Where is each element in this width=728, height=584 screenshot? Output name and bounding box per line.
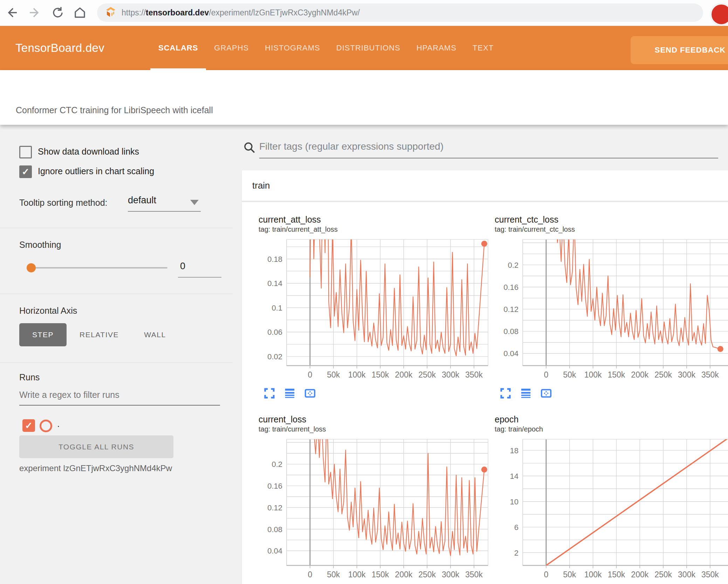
svg-text:0.08: 0.08: [267, 525, 282, 534]
svg-text:50k: 50k: [563, 570, 576, 579]
svg-text:0.12: 0.12: [503, 305, 518, 314]
chart-card-current_ctc_loss: current_ctc_losstag: train/current_ctc_l…: [478, 207, 728, 407]
axis-option-step[interactable]: STEP: [19, 323, 67, 346]
svg-text:200k: 200k: [395, 570, 412, 579]
chart-title: current_att_loss: [259, 214, 478, 225]
tab-scalars[interactable]: SCALARS: [150, 26, 206, 70]
smoothing-slider-thumb[interactable]: [27, 263, 36, 272]
svg-text:14: 14: [510, 472, 518, 481]
tab-distributions[interactable]: DISTRIBUTIONS: [328, 26, 408, 70]
ignore-outliers-label: Ignore outliers in chart scaling: [38, 166, 154, 176]
svg-text:100k: 100k: [584, 370, 602, 379]
smoothing-label: Smoothing: [19, 240, 61, 250]
chart-plot-epoch[interactable]: 050k100k150k200k250k300k350k26101418: [495, 436, 728, 581]
svg-text:0.1: 0.1: [272, 304, 282, 312]
svg-text:250k: 250k: [654, 570, 672, 579]
check-icon: ✓: [22, 167, 29, 176]
tooltip-sorting-value: default: [128, 195, 156, 205]
reload-icon[interactable]: [50, 5, 66, 20]
chart-tag: tag: train/current_att_loss: [259, 225, 478, 234]
search-icon: [243, 141, 256, 156]
home-icon[interactable]: [72, 5, 88, 20]
svg-text:0.16: 0.16: [267, 482, 282, 490]
log-scale-lines-icon[interactable]: [284, 387, 296, 401]
tab-histograms[interactable]: HISTOGRAMS: [257, 26, 328, 70]
svg-text:250k: 250k: [418, 370, 436, 379]
divider: [0, 228, 233, 228]
chart-grid: current_att_losstag: train/current_att_l…: [242, 202, 728, 584]
show-download-links-label: Show data download links: [38, 147, 139, 157]
tag-group-title: train: [252, 180, 270, 191]
ignore-outliers-checkbox[interactable]: ✓: [19, 165, 32, 178]
brand-logo[interactable]: TensorBoard.dev: [15, 26, 104, 70]
svg-text:0.06: 0.06: [267, 328, 282, 337]
horizontal-axis-label: Horizontal Axis: [19, 306, 77, 316]
svg-text:0.02: 0.02: [267, 352, 282, 361]
svg-text:200k: 200k: [631, 370, 648, 379]
svg-text:0.04: 0.04: [267, 546, 282, 555]
fit-domain-icon[interactable]: [540, 387, 552, 401]
divider: [0, 362, 233, 363]
send-feedback-button[interactable]: SEND FEEDBACK: [631, 36, 728, 64]
chart-plot-current_loss[interactable]: 050k100k150k200k250k300k350k0.040.080.12…: [259, 436, 490, 581]
fit-domain-icon[interactable]: [304, 387, 316, 401]
svg-text:50k: 50k: [563, 370, 576, 379]
tooltip-sorting-select[interactable]: default: [128, 195, 201, 212]
svg-text:100k: 100k: [348, 370, 366, 379]
svg-text:150k: 150k: [608, 370, 625, 379]
back-icon[interactable]: [4, 5, 19, 20]
tab-hparams[interactable]: HPARAMS: [408, 26, 465, 70]
tooltip-sorting-label: Tooltip sorting method:: [19, 198, 108, 208]
log-scale-lines-icon[interactable]: [520, 387, 532, 401]
chart-plot-current_att_loss[interactable]: 050k100k150k200k250k300k350k0.020.060.10…: [259, 237, 490, 381]
url-text: https://tensorboard.dev/experiment/lzGnE…: [122, 8, 360, 18]
run-name: .: [57, 419, 60, 429]
smoothing-value-underline: [178, 277, 221, 278]
tab-text[interactable]: TEXT: [465, 26, 502, 70]
tag-filter-input[interactable]: [259, 140, 718, 158]
divider: [0, 294, 233, 294]
svg-text:150k: 150k: [608, 570, 625, 579]
smoothing-value: 0: [180, 261, 185, 272]
run-checkbox[interactable]: ✓: [22, 419, 35, 432]
chart-toolbar: [500, 387, 728, 401]
url-bar[interactable]: https://tensorboard.dev/experiment/lzGnE…: [97, 4, 703, 22]
svg-text:250k: 250k: [654, 370, 672, 379]
experiment-title: Conformer CTC training for LibriSpeech w…: [16, 105, 213, 115]
svg-text:100k: 100k: [348, 570, 366, 579]
toggle-all-runs-button[interactable]: TOGGLE ALL RUNS: [19, 435, 173, 458]
forward-icon[interactable]: [27, 5, 43, 20]
tensorboard-favicon-icon: [105, 6, 117, 19]
tab-graphs[interactable]: GRAPHS: [206, 26, 257, 70]
svg-text:0: 0: [308, 370, 312, 379]
axis-option-wall[interactable]: WALL: [137, 323, 173, 346]
svg-text:250k: 250k: [418, 570, 436, 579]
chart-tag: tag: train/current_loss: [259, 425, 478, 434]
app-header: TensorBoard.dev SCALARSGRAPHSHISTOGRAMSD…: [0, 26, 728, 70]
axis-option-relative[interactable]: RELATIVE: [74, 323, 124, 346]
svg-text:0.12: 0.12: [267, 503, 282, 512]
fullscreen-icon[interactable]: [500, 387, 511, 401]
runs-label: Runs: [19, 372, 40, 382]
tag-group-header-card[interactable]: train: [242, 170, 728, 201]
chart-plot-current_ctc_loss[interactable]: 050k100k150k200k250k300k350k0.040.080.12…: [495, 237, 728, 381]
check-icon: ✓: [25, 421, 33, 430]
chevron-down-icon: [190, 200, 199, 205]
svg-text:300k: 300k: [442, 570, 459, 579]
svg-text:100k: 100k: [584, 570, 602, 579]
smoothing-slider-track[interactable]: [30, 267, 167, 269]
svg-text:6: 6: [514, 523, 518, 532]
svg-text:2: 2: [514, 549, 518, 557]
chart-title: current_loss: [259, 414, 478, 425]
svg-text:10: 10: [510, 497, 518, 506]
profile-avatar[interactable]: [710, 3, 728, 26]
runs-filter-input[interactable]: [19, 390, 220, 406]
chart-card-current_att_loss: current_att_losstag: train/current_att_l…: [242, 207, 478, 407]
fullscreen-icon[interactable]: [263, 387, 275, 401]
chart-card-epoch: epochtag: train/epoch050k100k150k200k250…: [478, 407, 728, 584]
svg-text:300k: 300k: [678, 370, 695, 379]
top-nav: SCALARSGRAPHSHISTOGRAMSDISTRIBUTIONSHPAR…: [150, 26, 502, 70]
svg-text:0.18: 0.18: [267, 255, 282, 264]
chart-tag: tag: train/current_ctc_loss: [495, 225, 728, 234]
show-download-links-checkbox[interactable]: [19, 146, 32, 158]
